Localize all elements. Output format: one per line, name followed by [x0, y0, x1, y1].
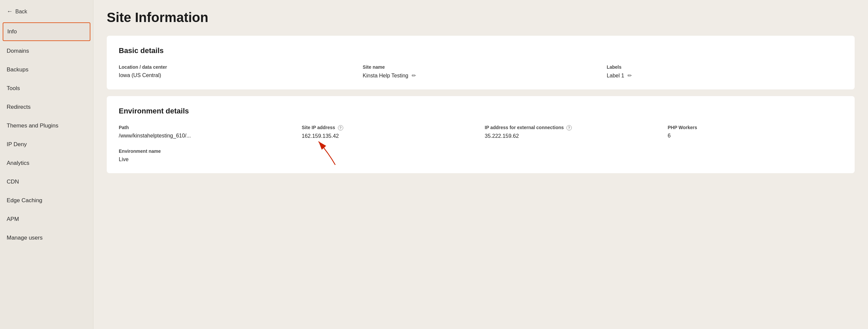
- php-workers-label: PHP Workers: [668, 125, 843, 130]
- sidebar-item-manage-users[interactable]: Manage users: [0, 229, 93, 247]
- external-ip-help-icon[interactable]: ?: [566, 125, 572, 130]
- site-ip-help-icon[interactable]: ?: [338, 125, 343, 130]
- external-ip-label: IP address for external connections ?: [485, 125, 660, 130]
- main-content: Site Information Basic details Location …: [93, 0, 868, 329]
- sidebar-nav: InfoDomainsBackupsToolsRedirectsThemes a…: [0, 22, 93, 247]
- env-grid: Path /www/kinstahelptesting_610/... Site…: [119, 125, 843, 139]
- sidebar-item-info[interactable]: Info: [3, 22, 90, 41]
- environment-details-card: Environment details Path /www/kinstahelp…: [107, 96, 855, 173]
- sidebar: ← Back InfoDomainsBackupsToolsRedirectsT…: [0, 0, 93, 329]
- site-ip-value: 162.159.135.42: [302, 133, 477, 139]
- basic-details-grid: Location / data center Iowa (US Central)…: [119, 64, 843, 79]
- sidebar-item-analytics[interactable]: Analytics: [0, 154, 93, 173]
- sidebar-item-ip-deny[interactable]: IP Deny: [0, 135, 93, 154]
- sidebar-item-themes-plugins[interactable]: Themes and Plugins: [0, 116, 93, 135]
- env-name-label: Environment name: [119, 148, 843, 154]
- env-name-value: Live: [119, 156, 843, 162]
- back-arrow-icon: ←: [7, 8, 13, 15]
- php-workers-col: PHP Workers 6: [668, 125, 843, 139]
- php-workers-value: 6: [668, 133, 843, 139]
- sidebar-item-redirects[interactable]: Redirects: [0, 98, 93, 116]
- basic-details-card: Basic details Location / data center Iow…: [107, 36, 855, 89]
- location-value: Iowa (US Central): [119, 72, 354, 79]
- sidebar-item-domains[interactable]: Domains: [0, 42, 93, 60]
- site-ip-label: Site IP address ?: [302, 125, 477, 130]
- external-ip-value: 35.222.159.62: [485, 133, 660, 139]
- back-label: Back: [16, 9, 27, 15]
- sidebar-item-backups[interactable]: Backups: [0, 60, 93, 79]
- site-name-col: Site name Kinsta Help Testing ✏: [363, 64, 598, 79]
- labels-value: Label 1 ✏: [607, 72, 843, 79]
- labels-col: Labels Label 1 ✏: [607, 64, 843, 79]
- site-ip-col: Site IP address ? 162.159.135.42: [302, 125, 477, 139]
- environment-details-title: Environment details: [119, 107, 843, 115]
- path-value: /www/kinstahelptesting_610/...: [119, 133, 294, 139]
- env-name-row: Environment name Live: [119, 148, 843, 162]
- sidebar-item-edge-caching[interactable]: Edge Caching: [0, 191, 93, 210]
- sidebar-item-cdn[interactable]: CDN: [0, 173, 93, 191]
- labels-label: Labels: [607, 64, 843, 70]
- external-ip-col: IP address for external connections ? 35…: [485, 125, 660, 139]
- path-col: Path /www/kinstahelptesting_610/...: [119, 125, 294, 139]
- sidebar-item-apm[interactable]: APM: [0, 210, 93, 229]
- site-name-label: Site name: [363, 64, 598, 70]
- labels-edit-icon[interactable]: ✏: [627, 72, 632, 79]
- location-col: Location / data center Iowa (US Central): [119, 64, 354, 79]
- site-name-edit-icon[interactable]: ✏: [412, 72, 416, 79]
- path-label: Path: [119, 125, 294, 130]
- site-name-value: Kinsta Help Testing ✏: [363, 72, 598, 79]
- back-button[interactable]: ← Back: [0, 0, 93, 22]
- basic-details-title: Basic details: [119, 47, 843, 55]
- page-title: Site Information: [107, 10, 855, 25]
- location-label: Location / data center: [119, 64, 354, 70]
- sidebar-item-tools[interactable]: Tools: [0, 79, 93, 98]
